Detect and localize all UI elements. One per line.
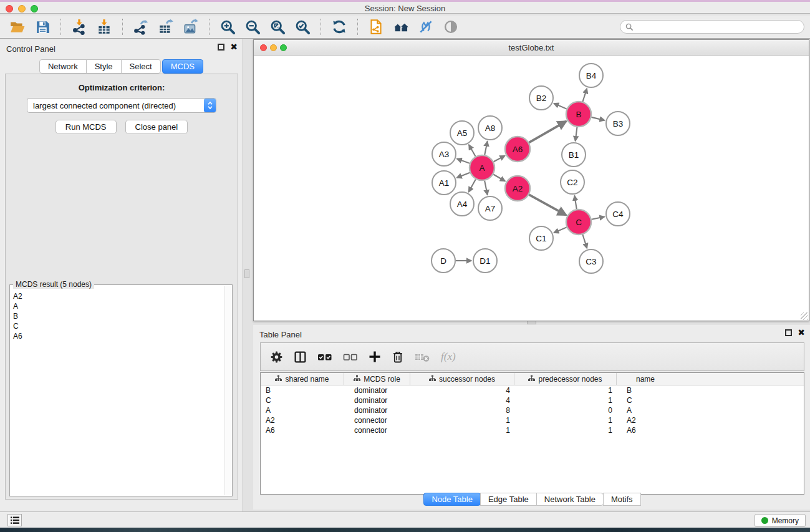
refresh-icon[interactable] xyxy=(327,17,352,37)
node-C[interactable]: C xyxy=(566,210,591,235)
node-B[interactable]: B xyxy=(566,102,591,127)
zoom-in-icon[interactable] xyxy=(215,17,240,37)
tab-edge-table[interactable]: Edge Table xyxy=(480,493,537,506)
node-C1[interactable]: C1 xyxy=(529,226,553,250)
edge-C-C1[interactable] xyxy=(554,227,567,233)
table-cell[interactable]: dominator xyxy=(344,385,410,395)
table-cell[interactable]: 1 xyxy=(410,415,514,425)
memory-button[interactable]: Memory xyxy=(755,514,806,527)
table-row[interactable]: Bdominator41B xyxy=(261,385,804,395)
edge-A2-C[interactable] xyxy=(529,195,566,215)
network-window-titlebar[interactable]: testGlobe.txt xyxy=(254,40,809,56)
zoom-fit-icon[interactable] xyxy=(265,17,290,37)
node-table[interactable]: shared nameMCDS rolesuccessor nodesprede… xyxy=(260,372,804,495)
float-table-panel-icon[interactable] xyxy=(785,329,792,336)
edge-A6-B[interactable] xyxy=(529,121,566,142)
node-A[interactable]: A xyxy=(470,155,494,180)
node-A2[interactable]: A2 xyxy=(505,176,530,201)
table-cell[interactable]: C xyxy=(261,395,344,405)
import-table-icon[interactable] xyxy=(92,17,117,37)
table-cell[interactable]: A xyxy=(617,405,674,415)
criterion-dropdown[interactable]: largest connected component (directed) xyxy=(27,98,216,113)
table-cell[interactable]: dominator xyxy=(344,395,410,405)
save-session-icon[interactable] xyxy=(30,17,55,37)
node-A1[interactable]: A1 xyxy=(432,171,456,195)
tab-style[interactable]: Style xyxy=(86,59,122,74)
table-cell[interactable]: A6 xyxy=(617,425,674,435)
search-input[interactable] xyxy=(637,22,799,32)
zoom-selected-icon[interactable] xyxy=(290,17,315,37)
edge-A-A8[interactable] xyxy=(485,142,487,155)
result-item[interactable]: B xyxy=(13,311,221,321)
table-cell[interactable]: C xyxy=(617,395,674,405)
table-cell[interactable]: 1 xyxy=(410,425,514,435)
node-D[interactable]: D xyxy=(432,249,455,273)
delete-table-icon[interactable] xyxy=(415,352,430,362)
table-cell[interactable]: A6 xyxy=(261,425,344,435)
node-B2[interactable]: B2 xyxy=(529,86,553,110)
network-canvas[interactable]: B4B2BB3B1A5A8A6A3AA1C2A2A4A7C4CC1C3DD1 xyxy=(254,56,809,321)
tab-motifs[interactable]: Motifs xyxy=(603,493,641,506)
tab-network-table[interactable]: Network Table xyxy=(536,493,604,506)
edge-C-C2[interactable] xyxy=(574,196,576,210)
node-D1[interactable]: D1 xyxy=(473,249,497,273)
result-item[interactable]: C xyxy=(13,321,221,331)
table-cell[interactable]: 1 xyxy=(514,385,617,395)
table-cell[interactable]: 1 xyxy=(514,395,617,405)
function-builder-icon[interactable]: f(x) xyxy=(441,351,456,363)
float-panel-icon[interactable] xyxy=(218,44,224,51)
open-session-icon[interactable] xyxy=(5,17,30,37)
node-C4[interactable]: C4 xyxy=(606,202,630,226)
tab-network[interactable]: Network xyxy=(39,59,87,74)
vertical-splitter-grip[interactable] xyxy=(244,269,249,278)
export-network-icon[interactable] xyxy=(128,17,153,37)
close-table-panel-icon[interactable]: ✖ xyxy=(798,329,805,336)
result-scrollbar[interactable] xyxy=(224,286,231,495)
table-cell[interactable]: A2 xyxy=(261,415,344,425)
node-A4[interactable]: A4 xyxy=(450,192,474,216)
task-history-button[interactable] xyxy=(7,514,22,526)
edge-A-A6[interactable] xyxy=(494,156,505,162)
table-cell[interactable]: 0 xyxy=(514,405,617,415)
edge-A-A1[interactable] xyxy=(456,173,470,178)
tab-select[interactable]: Select xyxy=(121,59,161,74)
import-network-icon[interactable] xyxy=(67,17,92,37)
column-header-predecessor-nodes[interactable]: predecessor nodes xyxy=(514,373,617,385)
node-A8[interactable]: A8 xyxy=(478,116,502,140)
result-item[interactable]: A xyxy=(13,301,221,311)
node-B3[interactable]: B3 xyxy=(606,112,630,135)
network-graph[interactable]: B4B2BB3B1A5A8A6A3AA1C2A2A4A7C4CC1C3DD1 xyxy=(254,56,809,321)
result-item[interactable]: A6 xyxy=(13,331,221,341)
select-all-checkboxes-icon[interactable] xyxy=(317,353,332,361)
table-cell[interactable]: 1 xyxy=(514,415,617,425)
node-C2[interactable]: C2 xyxy=(561,170,584,194)
edge-A-A5[interactable] xyxy=(469,145,476,157)
table-cell[interactable]: B xyxy=(261,385,344,395)
edge-C-C3[interactable] xyxy=(582,235,587,248)
export-table-icon[interactable] xyxy=(153,17,178,37)
close-panel-icon[interactable]: ✖ xyxy=(230,44,238,51)
node-A3[interactable]: A3 xyxy=(432,142,456,166)
zoom-out-icon[interactable] xyxy=(240,17,265,37)
deselect-all-checkboxes-icon[interactable] xyxy=(343,353,358,361)
table-cell[interactable]: 8 xyxy=(410,405,514,415)
column-header-successor-nodes[interactable]: successor nodes xyxy=(410,373,514,385)
table-cell[interactable]: 4 xyxy=(410,385,514,395)
edge-B-B3[interactable] xyxy=(591,117,604,120)
network-from-selection-icon[interactable] xyxy=(364,17,388,37)
tab-mcds[interactable]: MCDS xyxy=(162,59,203,74)
show-hide-panel-icon[interactable] xyxy=(438,17,463,37)
node-A5[interactable]: A5 xyxy=(450,121,474,145)
table-cell[interactable]: connector xyxy=(344,415,410,425)
table-cell[interactable]: B xyxy=(617,385,674,395)
edge-A-A3[interactable] xyxy=(457,158,470,163)
edge-A-A2[interactable] xyxy=(493,175,505,181)
resize-grip[interactable] xyxy=(801,312,808,320)
table-row[interactable]: A2connector11A2 xyxy=(261,415,804,425)
table-row[interactable]: A6connector11A6 xyxy=(261,425,804,435)
node-A7[interactable]: A7 xyxy=(478,196,502,220)
table-cell[interactable]: dominator xyxy=(344,405,410,415)
table-cell[interactable]: A xyxy=(261,405,344,415)
edge-B-B4[interactable] xyxy=(582,89,587,102)
run-mcds-button[interactable]: Run MCDS xyxy=(55,120,117,134)
